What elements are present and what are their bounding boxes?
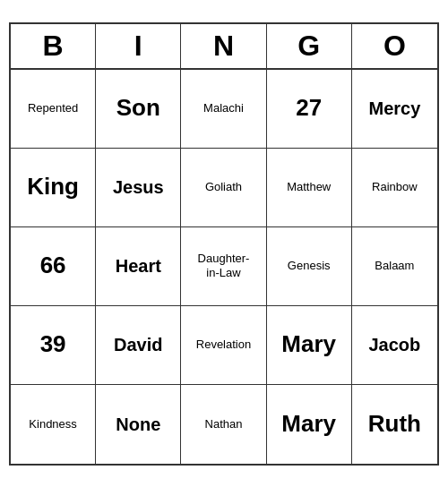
bingo-cell: Repented xyxy=(11,70,96,149)
bingo-cell: Jesus xyxy=(96,149,181,227)
cell-label: Kindness xyxy=(29,417,76,431)
cell-label: Nathan xyxy=(205,417,243,431)
bingo-cell: Daughter-in-Law xyxy=(181,227,266,306)
bingo-cell: Kindness xyxy=(11,385,96,464)
bingo-cell: Jacob xyxy=(352,306,437,385)
bingo-cell: Revelation xyxy=(181,306,266,385)
cell-label: Matthew xyxy=(287,180,331,194)
cell-label: Mercy xyxy=(368,98,420,119)
bingo-cell: 39 xyxy=(11,306,96,385)
cell-label: Malachi xyxy=(203,101,244,115)
bingo-cell: David xyxy=(96,306,181,385)
bingo-header-letter: O xyxy=(352,24,437,68)
bingo-cell: Mary xyxy=(267,306,352,385)
bingo-cell: King xyxy=(11,149,96,227)
bingo-cell: Balaam xyxy=(352,227,437,306)
bingo-cell: Matthew xyxy=(267,149,352,227)
bingo-header: BINGO xyxy=(11,24,437,70)
bingo-header-letter: I xyxy=(96,24,181,68)
bingo-cell: Nathan xyxy=(181,385,266,464)
bingo-cell: Mary xyxy=(267,385,352,464)
cell-label: Repented xyxy=(28,101,78,115)
bingo-cell: Goliath xyxy=(181,149,266,227)
bingo-cell: Genesis xyxy=(267,227,352,306)
bingo-cell: 66 xyxy=(11,227,96,306)
cell-label: Mary xyxy=(281,330,336,358)
cell-label: Rainbow xyxy=(372,180,418,194)
bingo-cell: Ruth xyxy=(352,385,437,464)
cell-label: Daughter-in-Law xyxy=(198,252,250,279)
bingo-grid: RepentedSonMalachi27MercyKingJesusGoliat… xyxy=(11,70,437,464)
cell-label: Mary xyxy=(281,410,336,438)
bingo-cell: Malachi xyxy=(181,70,266,149)
bingo-cell: None xyxy=(96,385,181,464)
cell-label: David xyxy=(114,334,162,355)
bingo-card: BINGO RepentedSonMalachi27MercyKingJesus… xyxy=(9,22,439,466)
cell-label: None xyxy=(116,414,160,435)
bingo-header-letter: G xyxy=(267,24,352,68)
cell-label: Genesis xyxy=(288,259,331,273)
cell-label: King xyxy=(27,173,79,201)
cell-label: 27 xyxy=(296,94,322,122)
bingo-cell: Heart xyxy=(96,227,181,306)
cell-label: Balaam xyxy=(375,259,414,273)
bingo-cell: 27 xyxy=(267,70,352,149)
cell-label: Jesus xyxy=(113,176,164,198)
bingo-cell: Rainbow xyxy=(352,149,437,227)
bingo-header-letter: N xyxy=(181,24,266,68)
cell-label: Son xyxy=(116,94,160,122)
cell-label: Ruth xyxy=(368,410,421,438)
bingo-cell: Mercy xyxy=(352,70,437,149)
cell-label: Heart xyxy=(116,255,161,277)
cell-label: Jacob xyxy=(368,334,420,355)
cell-label: Revelation xyxy=(196,337,251,352)
cell-label: 39 xyxy=(40,330,66,358)
bingo-header-letter: B xyxy=(11,24,96,68)
cell-label: Goliath xyxy=(205,180,242,194)
cell-label: 66 xyxy=(40,252,66,279)
bingo-cell: Son xyxy=(96,70,181,149)
